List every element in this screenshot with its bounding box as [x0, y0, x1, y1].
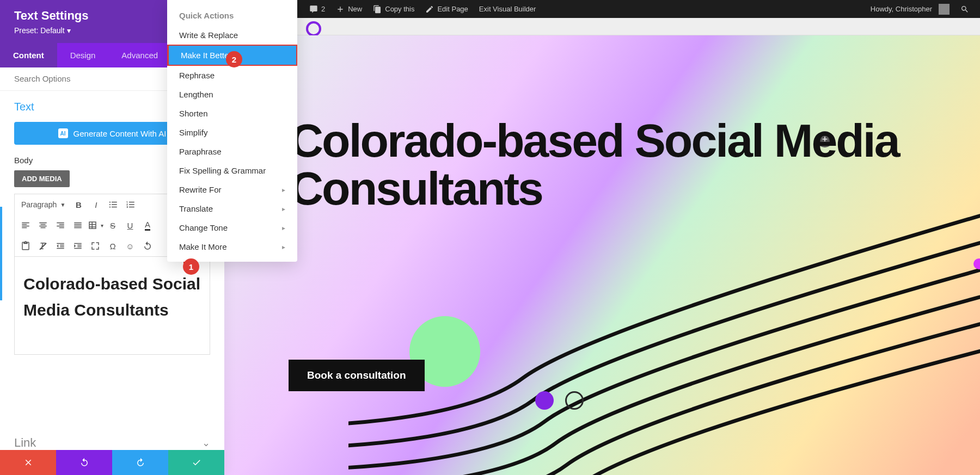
redo-icon: [136, 458, 145, 467]
chevron-right-icon: ▸: [282, 205, 285, 213]
underline-button[interactable]: U: [121, 217, 139, 233]
table-icon: [88, 220, 97, 230]
adminbar-copy-this[interactable]: Copy this: [367, 0, 420, 18]
link-section-label: Link: [14, 436, 36, 450]
chevron-down-icon: ⌄: [202, 437, 210, 449]
link-section-toggle[interactable]: Link ⌄: [0, 433, 224, 450]
decorative-ring-dot: [565, 391, 584, 410]
qa-item-label: Simplify: [179, 128, 208, 137]
chevron-right-icon: ▸: [282, 224, 285, 232]
bold-button[interactable]: B: [70, 196, 87, 213]
editor-text: Colorado-based Social Media Consultants: [23, 275, 200, 319]
qa-item-label: Lengthen: [179, 90, 213, 99]
clear-format-icon: [38, 241, 48, 251]
editor-content-area[interactable]: Colorado-based Social Media Consultants …: [14, 257, 210, 355]
align-center-button[interactable]: [34, 217, 52, 233]
chevron-right-icon: ▸: [282, 243, 285, 251]
clear-formatting-button[interactable]: [34, 238, 52, 254]
footer-redo-button[interactable]: [112, 450, 168, 475]
chevron-down-icon: ▾: [67, 26, 71, 35]
adminbar-new[interactable]: New: [330, 0, 367, 18]
edit-page-label: Edit Page: [437, 5, 468, 13]
footer-undo-button[interactable]: [56, 450, 112, 475]
qa-item-rewrite-for[interactable]: Rewrite For▸: [167, 180, 297, 199]
qa-item-shorten[interactable]: Shorten: [167, 104, 297, 123]
chevron-down-icon: ▾: [101, 223, 103, 229]
comment-count: 2: [321, 5, 325, 13]
align-center-icon: [38, 220, 48, 230]
qa-item-label: Paraphrase: [179, 147, 222, 156]
text-color-button[interactable]: A: [139, 217, 156, 233]
annotation-callout-1: 1: [183, 258, 199, 275]
outdent-button[interactable]: [52, 238, 69, 254]
comment-icon: [309, 5, 318, 14]
align-right-icon: [56, 220, 65, 230]
italic-button[interactable]: I: [87, 196, 105, 213]
qa-item-simplify[interactable]: Simplify: [167, 123, 297, 142]
search-icon: [960, 5, 969, 14]
qa-item-paraphrase[interactable]: Paraphrase: [167, 142, 297, 161]
qa-item-label: Rephrase: [179, 71, 215, 80]
hero-headline[interactable]: Colorado-based Social Media Consultants: [290, 117, 980, 212]
page-canvas: + Colorado-based Social Media Consultant…: [224, 18, 980, 475]
copy-this-label: Copy this: [385, 5, 414, 13]
qa-item-rephrase[interactable]: Rephrase: [167, 66, 297, 85]
adminbar-user[interactable]: Howdy, Christopher: [865, 0, 955, 18]
qa-item-lengthen[interactable]: Lengthen: [167, 85, 297, 104]
undo-button[interactable]: [139, 238, 156, 254]
ul-icon: [108, 200, 118, 209]
plus-icon: [336, 5, 345, 14]
cancel-button[interactable]: [0, 450, 56, 475]
clipboard-icon: [21, 241, 30, 251]
align-right-button[interactable]: [52, 217, 69, 233]
qa-item-make-it-more[interactable]: Make It More▸: [167, 237, 297, 256]
qa-item-translate[interactable]: Translate▸: [167, 199, 297, 218]
align-justify-button[interactable]: [69, 217, 87, 233]
adminbar-edit-page[interactable]: Edit Page: [420, 0, 473, 18]
qa-item-change-tone[interactable]: Change Tone▸: [167, 218, 297, 237]
check-icon: [192, 458, 201, 467]
emoji-button[interactable]: ☺: [121, 238, 139, 254]
adminbar-comments[interactable]: 2: [304, 0, 330, 18]
table-button[interactable]: ▾: [87, 217, 104, 233]
align-left-icon: [21, 220, 30, 230]
generate-content-label: Generate Content With AI: [74, 129, 167, 138]
fullscreen-button[interactable]: [87, 238, 104, 254]
decorative-lines: [348, 188, 980, 475]
decorative-purple-dot: [535, 391, 554, 410]
quick-actions-title: Quick Actions: [167, 8, 297, 26]
qa-item-label: Make It More: [179, 242, 227, 251]
special-char-button[interactable]: Ω: [104, 238, 121, 254]
qa-item-label: Fix Spelling & Grammar: [179, 166, 266, 175]
outdent-icon: [56, 241, 65, 251]
ol-icon: [126, 200, 136, 209]
tab-design[interactable]: Design: [57, 43, 109, 67]
greeting-label: Howdy, Christopher: [871, 5, 932, 13]
qa-item-label: Make It Better: [181, 51, 231, 60]
chevron-down-icon: ▼: [60, 202, 65, 208]
align-left-button[interactable]: [17, 217, 34, 233]
paste-button[interactable]: [17, 238, 34, 254]
indent-button[interactable]: [69, 238, 87, 254]
copy-icon: [373, 5, 382, 14]
bullet-list-button[interactable]: [105, 196, 122, 213]
new-label: New: [348, 5, 362, 13]
quick-actions-menu: Quick Actions Write & ReplaceMake It Bet…: [167, 0, 297, 262]
add-media-button[interactable]: ADD MEDIA: [14, 170, 70, 187]
tab-advanced[interactable]: Advanced: [108, 43, 171, 67]
cta-book-consultation[interactable]: Book a consultation: [289, 360, 425, 391]
qa-item-fix-spelling-grammar[interactable]: Fix Spelling & Grammar: [167, 161, 297, 180]
hero-section[interactable]: + Colorado-based Social Media Consultant…: [224, 35, 980, 475]
qa-item-write-replace[interactable]: Write & Replace: [167, 26, 297, 45]
adminbar-search[interactable]: [955, 0, 975, 18]
preset-selector[interactable]: Preset: Default ▾: [14, 26, 71, 35]
qa-item-label: Write & Replace: [179, 30, 238, 40]
adminbar-exit-vb[interactable]: Exit Visual Builder: [474, 0, 542, 18]
format-dropdown[interactable]: Paragraph ▼: [17, 196, 70, 213]
strikethrough-button[interactable]: S: [104, 217, 121, 233]
undo-icon: [143, 241, 152, 251]
numbered-list-button[interactable]: [122, 196, 139, 213]
save-button[interactable]: [168, 450, 224, 475]
tab-content[interactable]: Content: [0, 43, 57, 67]
qa-item-label: Translate: [179, 204, 213, 213]
